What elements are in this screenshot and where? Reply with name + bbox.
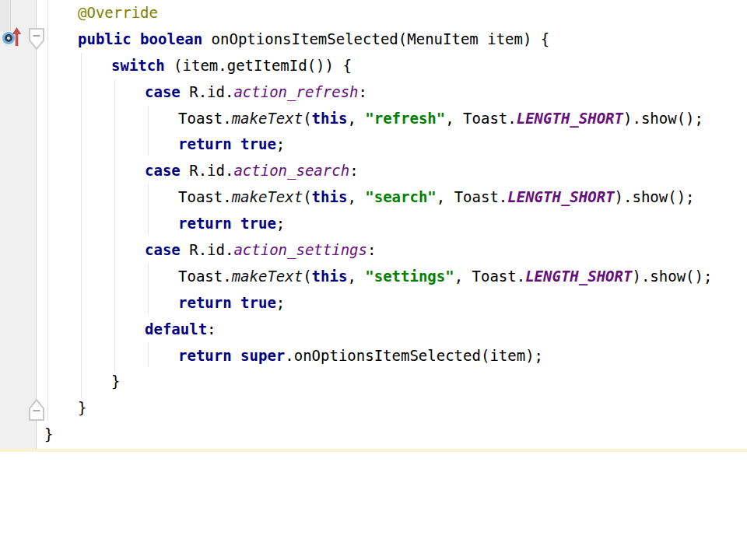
- token-keyword: return true: [178, 135, 276, 152]
- token-plain: }: [111, 373, 120, 390]
- token-plain: R.id.: [181, 241, 234, 258]
- code-line-7[interactable]: case R.id.action_search:: [0, 158, 747, 184]
- token-plain: }: [44, 425, 53, 443]
- code-line-6[interactable]: return true;: [0, 131, 747, 158]
- token-keyword: this: [312, 110, 348, 127]
- token-plain: , Toast.: [445, 110, 517, 127]
- code-line-15[interactable]: }: [0, 369, 747, 395]
- token-staticm: makeText: [232, 268, 303, 285]
- token-plain: R.id.: [181, 83, 234, 100]
- token-plain: ).show();: [623, 110, 703, 127]
- token-plain: , Toast.: [437, 188, 508, 205]
- token-plain: ).show();: [615, 188, 695, 205]
- token-keyword: return true: [178, 215, 276, 232]
- editor-bottom-separator: [0, 449, 747, 452]
- token-keyword: case: [145, 83, 181, 100]
- token-plain: }: [78, 399, 86, 416]
- token-field: action_settings: [233, 241, 367, 258]
- token-plain: (: [303, 110, 311, 127]
- token-string: "refresh": [365, 110, 445, 127]
- token-const: LENGTH_SHORT: [517, 110, 623, 127]
- token-keyword: default: [145, 320, 207, 338]
- code-line-17[interactable]: }: [0, 422, 747, 448]
- token-string: "search": [365, 188, 437, 205]
- token-plain: onOptionsItemSelected(MenuItem item) {: [202, 30, 549, 47]
- code-editor[interactable]: @Overridepublic boolean onOptionsItemSel…: [0, 0, 747, 452]
- token-field: action_search: [233, 162, 349, 179]
- code-line-14[interactable]: return super.onOptionsItemSelected(item)…: [0, 343, 747, 369]
- token-const: LENGTH_SHORT: [507, 188, 614, 205]
- code-line-4[interactable]: case R.id.action_refresh:: [0, 79, 747, 106]
- token-staticm: makeText: [232, 110, 303, 127]
- token-keyword: return true: [178, 294, 276, 311]
- token-keyword: switch: [111, 57, 165, 74]
- token-plain: ).show();: [632, 268, 712, 285]
- code-line-11[interactable]: Toast.makeText(this, "settings", Toast.L…: [0, 264, 747, 290]
- token-plain: :: [367, 241, 376, 258]
- token-keyword: this: [312, 268, 348, 285]
- code-line-16[interactable]: }: [0, 395, 747, 422]
- token-plain: ;: [276, 294, 285, 311]
- token-plain: ,: [347, 110, 365, 127]
- code-lines-container[interactable]: @Overridepublic boolean onOptionsItemSel…: [0, 0, 747, 448]
- code-line-8[interactable]: Toast.makeText(this, "search", Toast.LEN…: [0, 184, 747, 211]
- token-plain: R.id.: [181, 162, 234, 179]
- token-const: LENGTH_SHORT: [525, 268, 632, 285]
- token-plain: :: [359, 83, 367, 100]
- code-line-13[interactable]: default:: [0, 317, 747, 343]
- code-line-10[interactable]: case R.id.action_settings:: [0, 237, 747, 264]
- code-line-2[interactable]: public boolean onOptionsItemSelected(Men…: [0, 26, 747, 53]
- token-keyword: public boolean: [78, 30, 202, 47]
- token-string: "settings": [365, 268, 454, 285]
- code-line-1[interactable]: @Override: [0, 0, 747, 26]
- token-plain: Toast.: [178, 188, 232, 205]
- token-plain: Toast.: [178, 268, 232, 285]
- token-plain: (item.getItemId()) {: [165, 57, 352, 74]
- code-line-5[interactable]: Toast.makeText(this, "refresh", Toast.LE…: [0, 106, 747, 132]
- code-line-3[interactable]: switch (item.getItemId()) {: [0, 53, 747, 79]
- token-plain: :: [349, 162, 358, 179]
- token-plain: ;: [276, 215, 285, 232]
- token-plain: ,: [347, 268, 365, 285]
- token-keyword: case: [145, 241, 181, 258]
- token-staticm: makeText: [232, 188, 303, 205]
- code-line-9[interactable]: return true;: [0, 211, 747, 237]
- token-plain: .onOptionsItemSelected(item);: [285, 347, 543, 364]
- token-keyword: this: [312, 188, 348, 205]
- token-keyword: case: [145, 162, 181, 179]
- token-plain: ,: [347, 188, 365, 205]
- token-plain: (: [303, 268, 311, 285]
- token-plain: (: [303, 188, 311, 205]
- token-field: action_refresh: [233, 83, 358, 100]
- code-line-12[interactable]: return true;: [0, 290, 747, 317]
- token-plain: Toast.: [178, 110, 232, 127]
- token-plain: :: [207, 320, 216, 338]
- token-plain: ;: [276, 135, 285, 152]
- token-keyword: return super: [178, 347, 285, 364]
- token-annotation: @Override: [78, 4, 158, 21]
- token-plain: , Toast.: [454, 268, 526, 285]
